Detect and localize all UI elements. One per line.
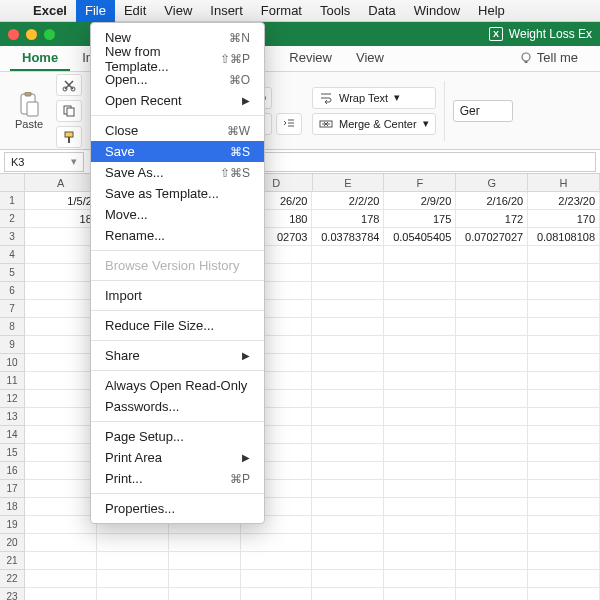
cell[interactable]: 18 bbox=[25, 210, 97, 228]
cell[interactable] bbox=[97, 552, 169, 570]
row-header[interactable]: 20 bbox=[0, 534, 25, 552]
cell[interactable] bbox=[528, 408, 600, 426]
cell[interactable] bbox=[25, 318, 97, 336]
row-header[interactable]: 6 bbox=[0, 282, 25, 300]
cell[interactable]: 2/16/20 bbox=[456, 192, 528, 210]
cell[interactable] bbox=[528, 588, 600, 600]
menu-item-page-setup[interactable]: Page Setup... bbox=[91, 426, 264, 447]
cut-button[interactable] bbox=[56, 74, 82, 96]
cell[interactable] bbox=[384, 498, 456, 516]
cell[interactable] bbox=[25, 228, 97, 246]
cell[interactable] bbox=[528, 444, 600, 462]
cell[interactable] bbox=[456, 390, 528, 408]
row-header[interactable]: 11 bbox=[0, 372, 25, 390]
tab-review[interactable]: Review bbox=[277, 45, 344, 71]
cell[interactable] bbox=[25, 300, 97, 318]
cell[interactable] bbox=[528, 246, 600, 264]
row-header[interactable]: 12 bbox=[0, 390, 25, 408]
cell[interactable] bbox=[25, 444, 97, 462]
row-header[interactable]: 21 bbox=[0, 552, 25, 570]
menu-item-share[interactable]: Share▶ bbox=[91, 345, 264, 366]
cell[interactable] bbox=[456, 552, 528, 570]
row-header[interactable]: 22 bbox=[0, 570, 25, 588]
merge-center-button[interactable]: Merge & Center ▾ bbox=[312, 113, 436, 135]
cell[interactable] bbox=[312, 426, 384, 444]
cell[interactable] bbox=[384, 534, 456, 552]
cell[interactable] bbox=[528, 318, 600, 336]
cell[interactable] bbox=[25, 480, 97, 498]
cell[interactable] bbox=[384, 408, 456, 426]
cell[interactable] bbox=[528, 534, 600, 552]
cell[interactable] bbox=[25, 336, 97, 354]
cell[interactable] bbox=[456, 300, 528, 318]
menu-item-reduce-file-size[interactable]: Reduce File Size... bbox=[91, 315, 264, 336]
minimize-icon[interactable] bbox=[26, 29, 37, 40]
cell[interactable] bbox=[312, 300, 384, 318]
menubar-data[interactable]: Data bbox=[359, 0, 404, 22]
cell[interactable] bbox=[25, 372, 97, 390]
menubar-window[interactable]: Window bbox=[405, 0, 469, 22]
menu-item-new-from-template[interactable]: New from Template...⇧⌘P bbox=[91, 48, 264, 69]
cell[interactable] bbox=[241, 552, 313, 570]
cell[interactable] bbox=[384, 552, 456, 570]
cell[interactable] bbox=[384, 462, 456, 480]
row-header[interactable]: 17 bbox=[0, 480, 25, 498]
cell[interactable] bbox=[456, 498, 528, 516]
menu-item-always-open-read-only[interactable]: Always Open Read-Only bbox=[91, 375, 264, 396]
tell-me[interactable]: Tell me bbox=[507, 45, 590, 71]
cell[interactable] bbox=[528, 282, 600, 300]
cell[interactable] bbox=[169, 570, 241, 588]
cell[interactable] bbox=[528, 336, 600, 354]
cell[interactable] bbox=[528, 354, 600, 372]
cell[interactable] bbox=[384, 300, 456, 318]
cell[interactable]: 2/23/20 bbox=[528, 192, 600, 210]
row-header[interactable]: 15 bbox=[0, 444, 25, 462]
cell[interactable] bbox=[528, 498, 600, 516]
cell[interactable] bbox=[25, 354, 97, 372]
cell[interactable] bbox=[384, 336, 456, 354]
menubar-insert[interactable]: Insert bbox=[201, 0, 252, 22]
cell[interactable] bbox=[25, 390, 97, 408]
close-icon[interactable] bbox=[8, 29, 19, 40]
cell[interactable] bbox=[169, 534, 241, 552]
col-header[interactable]: A bbox=[25, 174, 97, 192]
cell[interactable]: 0.05405405 bbox=[384, 228, 456, 246]
cell[interactable] bbox=[456, 462, 528, 480]
row-header[interactable]: 9 bbox=[0, 336, 25, 354]
row-header[interactable]: 7 bbox=[0, 300, 25, 318]
cell[interactable]: 175 bbox=[384, 210, 456, 228]
cell[interactable] bbox=[456, 516, 528, 534]
cell[interactable] bbox=[312, 552, 384, 570]
cell[interactable] bbox=[312, 588, 384, 600]
cell[interactable] bbox=[384, 354, 456, 372]
cell[interactable] bbox=[97, 588, 169, 600]
cell[interactable]: 172 bbox=[456, 210, 528, 228]
copy-button[interactable] bbox=[56, 100, 82, 122]
row-header[interactable]: 14 bbox=[0, 426, 25, 444]
wrap-text-button[interactable]: Wrap Text ▾ bbox=[312, 87, 436, 109]
menu-item-move[interactable]: Move... bbox=[91, 204, 264, 225]
select-all-cell[interactable] bbox=[0, 174, 25, 192]
menu-item-close[interactable]: Close⌘W bbox=[91, 120, 264, 141]
cell[interactable] bbox=[97, 534, 169, 552]
cell[interactable] bbox=[241, 588, 313, 600]
cell[interactable] bbox=[456, 444, 528, 462]
cell[interactable] bbox=[25, 408, 97, 426]
cell[interactable] bbox=[312, 246, 384, 264]
cell[interactable] bbox=[456, 318, 528, 336]
cell[interactable] bbox=[25, 552, 97, 570]
menu-item-save-as[interactable]: Save As...⇧⌘S bbox=[91, 162, 264, 183]
row-header[interactable]: 19 bbox=[0, 516, 25, 534]
name-box[interactable]: K3 ▾ bbox=[4, 152, 84, 172]
menu-item-save[interactable]: Save⌘S bbox=[91, 141, 264, 162]
paste-button[interactable]: Paste bbox=[8, 81, 50, 141]
menu-item-properties[interactable]: Properties... bbox=[91, 498, 264, 519]
cell[interactable] bbox=[384, 516, 456, 534]
cell[interactable] bbox=[312, 570, 384, 588]
cell[interactable]: 2/2/20 bbox=[312, 192, 384, 210]
row-header[interactable]: 1 bbox=[0, 192, 25, 210]
tab-view[interactable]: View bbox=[344, 45, 396, 71]
cell[interactable] bbox=[384, 570, 456, 588]
cell[interactable] bbox=[456, 570, 528, 588]
cell[interactable] bbox=[528, 372, 600, 390]
